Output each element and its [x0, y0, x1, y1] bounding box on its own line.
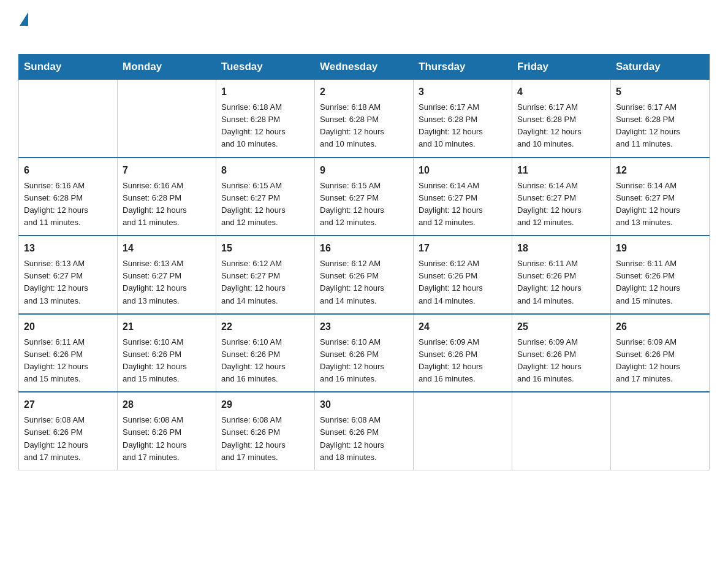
calendar-cell: 17Sunrise: 6:12 AMSunset: 6:26 PMDayligh…	[414, 236, 512, 314]
day-info: Sunrise: 6:17 AMSunset: 6:28 PMDaylight:…	[419, 101, 507, 151]
weekday-header-saturday: Saturday	[611, 55, 710, 80]
day-number: 16	[320, 241, 408, 256]
calendar-cell: 14Sunrise: 6:13 AMSunset: 6:27 PMDayligh…	[118, 236, 216, 314]
day-number: 20	[24, 320, 112, 334]
day-number: 24	[419, 320, 507, 334]
calendar-cell: 21Sunrise: 6:10 AMSunset: 6:26 PMDayligh…	[118, 314, 216, 393]
day-number: 14	[123, 241, 211, 256]
day-number: 27	[24, 397, 112, 412]
calendar-cell: 6Sunrise: 6:16 AMSunset: 6:28 PMDaylight…	[19, 158, 118, 236]
page-header	[18, 12, 710, 42]
day-number: 13	[24, 241, 112, 256]
calendar-cell: 26Sunrise: 6:09 AMSunset: 6:26 PMDayligh…	[611, 314, 710, 393]
day-number: 11	[517, 163, 605, 178]
day-info: Sunrise: 6:11 AMSunset: 6:26 PMDaylight:…	[24, 336, 112, 386]
day-info: Sunrise: 6:14 AMSunset: 6:27 PMDaylight:…	[517, 180, 605, 229]
day-number: 18	[517, 241, 605, 256]
day-info: Sunrise: 6:11 AMSunset: 6:26 PMDaylight:…	[517, 258, 605, 307]
calendar-cell: 25Sunrise: 6:09 AMSunset: 6:26 PMDayligh…	[512, 314, 611, 393]
calendar-cell: 23Sunrise: 6:10 AMSunset: 6:26 PMDayligh…	[315, 314, 414, 393]
calendar-cell: 3Sunrise: 6:17 AMSunset: 6:28 PMDaylight…	[414, 80, 512, 158]
calendar-cell: 29Sunrise: 6:08 AMSunset: 6:26 PMDayligh…	[216, 392, 315, 470]
day-info: Sunrise: 6:15 AMSunset: 6:27 PMDaylight:…	[320, 180, 408, 229]
day-info: Sunrise: 6:09 AMSunset: 6:26 PMDaylight:…	[517, 336, 605, 386]
calendar-cell: 27Sunrise: 6:08 AMSunset: 6:26 PMDayligh…	[19, 392, 118, 470]
day-number: 6	[24, 163, 112, 178]
day-number: 5	[616, 85, 704, 99]
weekday-header-thursday: Thursday	[414, 55, 512, 80]
calendar-cell: 16Sunrise: 6:12 AMSunset: 6:26 PMDayligh…	[315, 236, 414, 314]
day-number: 30	[320, 397, 408, 412]
day-info: Sunrise: 6:10 AMSunset: 6:26 PMDaylight:…	[123, 336, 211, 386]
calendar-cell: 1Sunrise: 6:18 AMSunset: 6:28 PMDaylight…	[216, 80, 315, 158]
day-info: Sunrise: 6:11 AMSunset: 6:26 PMDaylight:…	[616, 258, 704, 307]
day-number: 3	[419, 85, 507, 99]
calendar-cell: 28Sunrise: 6:08 AMSunset: 6:26 PMDayligh…	[118, 392, 216, 470]
logo	[18, 12, 28, 42]
day-number: 9	[320, 163, 408, 178]
calendar-cell: 24Sunrise: 6:09 AMSunset: 6:26 PMDayligh…	[414, 314, 512, 393]
calendar-cell: 8Sunrise: 6:15 AMSunset: 6:27 PMDaylight…	[216, 158, 315, 236]
day-number: 28	[123, 397, 211, 412]
day-info: Sunrise: 6:08 AMSunset: 6:26 PMDaylight:…	[320, 414, 408, 464]
weekday-header-sunday: Sunday	[19, 55, 118, 80]
calendar-cell	[19, 80, 118, 158]
day-number: 10	[419, 163, 507, 178]
day-info: Sunrise: 6:12 AMSunset: 6:26 PMDaylight:…	[419, 258, 507, 307]
day-number: 17	[419, 241, 507, 256]
day-number: 4	[517, 85, 605, 99]
day-info: Sunrise: 6:08 AMSunset: 6:26 PMDaylight:…	[221, 414, 309, 464]
day-info: Sunrise: 6:14 AMSunset: 6:27 PMDaylight:…	[616, 180, 704, 229]
calendar-cell: 5Sunrise: 6:17 AMSunset: 6:28 PMDaylight…	[611, 80, 710, 158]
day-number: 25	[517, 320, 605, 334]
calendar-cell: 18Sunrise: 6:11 AMSunset: 6:26 PMDayligh…	[512, 236, 611, 314]
calendar-week-row: 6Sunrise: 6:16 AMSunset: 6:28 PMDaylight…	[19, 158, 710, 236]
calendar-cell	[611, 392, 710, 470]
day-info: Sunrise: 6:09 AMSunset: 6:26 PMDaylight:…	[419, 336, 507, 386]
calendar-cell	[414, 392, 512, 470]
day-number: 19	[616, 241, 704, 256]
calendar-week-row: 1Sunrise: 6:18 AMSunset: 6:28 PMDaylight…	[19, 80, 710, 158]
day-number: 12	[616, 163, 704, 178]
day-info: Sunrise: 6:13 AMSunset: 6:27 PMDaylight:…	[123, 258, 211, 307]
day-info: Sunrise: 6:08 AMSunset: 6:26 PMDaylight:…	[123, 414, 211, 464]
day-info: Sunrise: 6:18 AMSunset: 6:28 PMDaylight:…	[221, 101, 309, 151]
calendar-cell: 19Sunrise: 6:11 AMSunset: 6:26 PMDayligh…	[611, 236, 710, 314]
day-number: 26	[616, 320, 704, 334]
weekday-header-tuesday: Tuesday	[216, 55, 315, 80]
day-number: 1	[221, 85, 309, 99]
calendar-cell: 2Sunrise: 6:18 AMSunset: 6:28 PMDaylight…	[315, 80, 414, 158]
day-info: Sunrise: 6:12 AMSunset: 6:27 PMDaylight:…	[221, 258, 309, 307]
calendar-table: SundayMondayTuesdayWednesdayThursdayFrid…	[18, 54, 710, 470]
day-info: Sunrise: 6:10 AMSunset: 6:26 PMDaylight:…	[221, 336, 309, 386]
calendar-cell: 12Sunrise: 6:14 AMSunset: 6:27 PMDayligh…	[611, 158, 710, 236]
day-number: 23	[320, 320, 408, 334]
day-info: Sunrise: 6:10 AMSunset: 6:26 PMDaylight:…	[320, 336, 408, 386]
calendar-cell: 20Sunrise: 6:11 AMSunset: 6:26 PMDayligh…	[19, 314, 118, 393]
day-number: 8	[221, 163, 309, 178]
day-info: Sunrise: 6:15 AMSunset: 6:27 PMDaylight:…	[221, 180, 309, 229]
calendar-cell: 15Sunrise: 6:12 AMSunset: 6:27 PMDayligh…	[216, 236, 315, 314]
calendar-week-row: 27Sunrise: 6:08 AMSunset: 6:26 PMDayligh…	[19, 392, 710, 470]
day-number: 2	[320, 85, 408, 99]
calendar-cell: 13Sunrise: 6:13 AMSunset: 6:27 PMDayligh…	[19, 236, 118, 314]
calendar-cell	[512, 392, 611, 470]
calendar-cell	[118, 80, 216, 158]
weekday-header-wednesday: Wednesday	[315, 55, 414, 80]
calendar-cell: 4Sunrise: 6:17 AMSunset: 6:28 PMDaylight…	[512, 80, 611, 158]
calendar-week-row: 20Sunrise: 6:11 AMSunset: 6:26 PMDayligh…	[19, 314, 710, 393]
weekday-header-friday: Friday	[512, 55, 611, 80]
day-number: 22	[221, 320, 309, 334]
calendar-week-row: 13Sunrise: 6:13 AMSunset: 6:27 PMDayligh…	[19, 236, 710, 314]
calendar-cell: 7Sunrise: 6:16 AMSunset: 6:28 PMDaylight…	[118, 158, 216, 236]
calendar-cell: 10Sunrise: 6:14 AMSunset: 6:27 PMDayligh…	[414, 158, 512, 236]
day-info: Sunrise: 6:17 AMSunset: 6:28 PMDaylight:…	[616, 101, 704, 151]
day-info: Sunrise: 6:09 AMSunset: 6:26 PMDaylight:…	[616, 336, 704, 386]
day-info: Sunrise: 6:18 AMSunset: 6:28 PMDaylight:…	[320, 101, 408, 151]
day-number: 21	[123, 320, 211, 334]
logo-triangle-icon	[20, 12, 28, 26]
day-info: Sunrise: 6:16 AMSunset: 6:28 PMDaylight:…	[123, 180, 211, 229]
calendar-cell: 11Sunrise: 6:14 AMSunset: 6:27 PMDayligh…	[512, 158, 611, 236]
calendar-cell: 22Sunrise: 6:10 AMSunset: 6:26 PMDayligh…	[216, 314, 315, 393]
day-info: Sunrise: 6:13 AMSunset: 6:27 PMDaylight:…	[24, 258, 112, 307]
